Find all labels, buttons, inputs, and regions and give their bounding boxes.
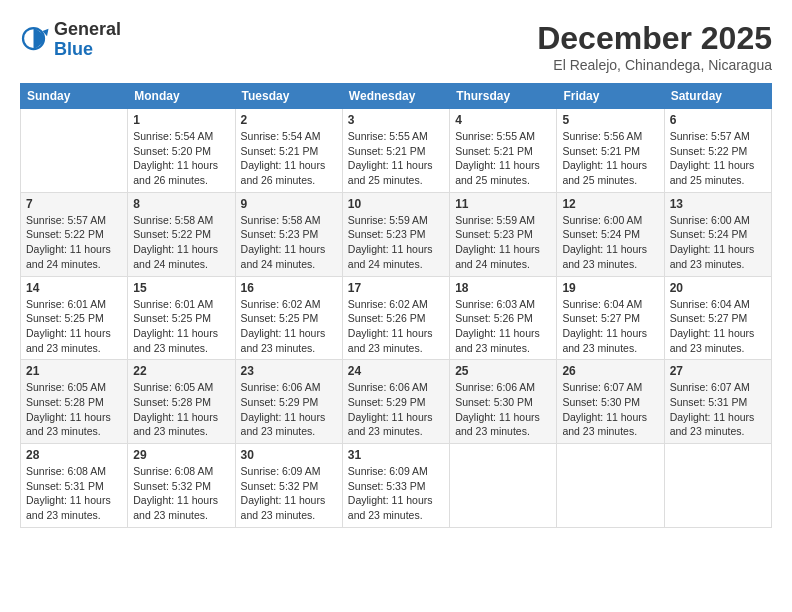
day-number: 16: [241, 281, 337, 295]
day-info: Sunrise: 5:59 AM Sunset: 5:23 PM Dayligh…: [455, 213, 551, 272]
calendar-cell: 8Sunrise: 5:58 AM Sunset: 5:22 PM Daylig…: [128, 192, 235, 276]
title-block: December 2025 El Realejo, Chinandega, Ni…: [537, 20, 772, 73]
day-number: 20: [670, 281, 766, 295]
calendar-cell: 24Sunrise: 6:06 AM Sunset: 5:29 PM Dayli…: [342, 360, 449, 444]
day-number: 11: [455, 197, 551, 211]
day-number: 2: [241, 113, 337, 127]
calendar-cell: 16Sunrise: 6:02 AM Sunset: 5:25 PM Dayli…: [235, 276, 342, 360]
calendar-cell: 7Sunrise: 5:57 AM Sunset: 5:22 PM Daylig…: [21, 192, 128, 276]
day-info: Sunrise: 6:00 AM Sunset: 5:24 PM Dayligh…: [670, 213, 766, 272]
day-info: Sunrise: 5:57 AM Sunset: 5:22 PM Dayligh…: [670, 129, 766, 188]
day-info: Sunrise: 5:55 AM Sunset: 5:21 PM Dayligh…: [348, 129, 444, 188]
day-info: Sunrise: 5:58 AM Sunset: 5:22 PM Dayligh…: [133, 213, 229, 272]
weekday-row: SundayMondayTuesdayWednesdayThursdayFrid…: [21, 84, 772, 109]
weekday-header-saturday: Saturday: [664, 84, 771, 109]
day-number: 5: [562, 113, 658, 127]
day-number: 13: [670, 197, 766, 211]
day-number: 3: [348, 113, 444, 127]
day-info: Sunrise: 5:57 AM Sunset: 5:22 PM Dayligh…: [26, 213, 122, 272]
weekday-header-tuesday: Tuesday: [235, 84, 342, 109]
day-number: 24: [348, 364, 444, 378]
weekday-header-thursday: Thursday: [450, 84, 557, 109]
calendar-cell: 1Sunrise: 5:54 AM Sunset: 5:20 PM Daylig…: [128, 109, 235, 193]
weekday-header-sunday: Sunday: [21, 84, 128, 109]
calendar-cell: 19Sunrise: 6:04 AM Sunset: 5:27 PM Dayli…: [557, 276, 664, 360]
day-info: Sunrise: 6:05 AM Sunset: 5:28 PM Dayligh…: [133, 380, 229, 439]
weekday-header-wednesday: Wednesday: [342, 84, 449, 109]
calendar-cell: 4Sunrise: 5:55 AM Sunset: 5:21 PM Daylig…: [450, 109, 557, 193]
calendar-cell: 21Sunrise: 6:05 AM Sunset: 5:28 PM Dayli…: [21, 360, 128, 444]
day-number: 10: [348, 197, 444, 211]
day-number: 19: [562, 281, 658, 295]
calendar-cell: 18Sunrise: 6:03 AM Sunset: 5:26 PM Dayli…: [450, 276, 557, 360]
day-info: Sunrise: 6:01 AM Sunset: 5:25 PM Dayligh…: [26, 297, 122, 356]
calendar-cell: 25Sunrise: 6:06 AM Sunset: 5:30 PM Dayli…: [450, 360, 557, 444]
calendar-cell: 17Sunrise: 6:02 AM Sunset: 5:26 PM Dayli…: [342, 276, 449, 360]
calendar-week-5: 28Sunrise: 6:08 AM Sunset: 5:31 PM Dayli…: [21, 444, 772, 528]
calendar-cell: 6Sunrise: 5:57 AM Sunset: 5:22 PM Daylig…: [664, 109, 771, 193]
month-title: December 2025: [537, 20, 772, 57]
calendar-cell: 31Sunrise: 6:09 AM Sunset: 5:33 PM Dayli…: [342, 444, 449, 528]
day-number: 12: [562, 197, 658, 211]
day-number: 8: [133, 197, 229, 211]
calendar-cell: [664, 444, 771, 528]
day-info: Sunrise: 6:06 AM Sunset: 5:29 PM Dayligh…: [241, 380, 337, 439]
day-number: 6: [670, 113, 766, 127]
day-number: 29: [133, 448, 229, 462]
day-number: 14: [26, 281, 122, 295]
calendar-week-3: 14Sunrise: 6:01 AM Sunset: 5:25 PM Dayli…: [21, 276, 772, 360]
day-number: 25: [455, 364, 551, 378]
calendar-week-1: 1Sunrise: 5:54 AM Sunset: 5:20 PM Daylig…: [21, 109, 772, 193]
day-number: 1: [133, 113, 229, 127]
calendar-cell: 27Sunrise: 6:07 AM Sunset: 5:31 PM Dayli…: [664, 360, 771, 444]
calendar-cell: 22Sunrise: 6:05 AM Sunset: 5:28 PM Dayli…: [128, 360, 235, 444]
calendar-cell: 12Sunrise: 6:00 AM Sunset: 5:24 PM Dayli…: [557, 192, 664, 276]
day-number: 23: [241, 364, 337, 378]
day-info: Sunrise: 6:09 AM Sunset: 5:32 PM Dayligh…: [241, 464, 337, 523]
day-number: 31: [348, 448, 444, 462]
page-header: General Blue December 2025 El Realejo, C…: [20, 20, 772, 73]
day-info: Sunrise: 5:54 AM Sunset: 5:21 PM Dayligh…: [241, 129, 337, 188]
day-info: Sunrise: 6:02 AM Sunset: 5:26 PM Dayligh…: [348, 297, 444, 356]
logo-blue: Blue: [54, 40, 121, 60]
day-info: Sunrise: 6:05 AM Sunset: 5:28 PM Dayligh…: [26, 380, 122, 439]
calendar-cell: 3Sunrise: 5:55 AM Sunset: 5:21 PM Daylig…: [342, 109, 449, 193]
location: El Realejo, Chinandega, Nicaragua: [537, 57, 772, 73]
logo-text: General Blue: [54, 20, 121, 60]
calendar-table: SundayMondayTuesdayWednesdayThursdayFrid…: [20, 83, 772, 528]
calendar-cell: 2Sunrise: 5:54 AM Sunset: 5:21 PM Daylig…: [235, 109, 342, 193]
calendar-header: SundayMondayTuesdayWednesdayThursdayFrid…: [21, 84, 772, 109]
day-info: Sunrise: 6:08 AM Sunset: 5:32 PM Dayligh…: [133, 464, 229, 523]
calendar-cell: 15Sunrise: 6:01 AM Sunset: 5:25 PM Dayli…: [128, 276, 235, 360]
day-info: Sunrise: 5:59 AM Sunset: 5:23 PM Dayligh…: [348, 213, 444, 272]
calendar-cell: [21, 109, 128, 193]
day-number: 17: [348, 281, 444, 295]
day-number: 26: [562, 364, 658, 378]
day-number: 9: [241, 197, 337, 211]
day-info: Sunrise: 6:06 AM Sunset: 5:30 PM Dayligh…: [455, 380, 551, 439]
day-number: 28: [26, 448, 122, 462]
day-info: Sunrise: 5:58 AM Sunset: 5:23 PM Dayligh…: [241, 213, 337, 272]
day-info: Sunrise: 5:54 AM Sunset: 5:20 PM Dayligh…: [133, 129, 229, 188]
calendar-cell: 9Sunrise: 5:58 AM Sunset: 5:23 PM Daylig…: [235, 192, 342, 276]
calendar-cell: 5Sunrise: 5:56 AM Sunset: 5:21 PM Daylig…: [557, 109, 664, 193]
calendar-cell: 14Sunrise: 6:01 AM Sunset: 5:25 PM Dayli…: [21, 276, 128, 360]
day-info: Sunrise: 6:03 AM Sunset: 5:26 PM Dayligh…: [455, 297, 551, 356]
calendar-cell: 20Sunrise: 6:04 AM Sunset: 5:27 PM Dayli…: [664, 276, 771, 360]
weekday-header-friday: Friday: [557, 84, 664, 109]
day-info: Sunrise: 6:08 AM Sunset: 5:31 PM Dayligh…: [26, 464, 122, 523]
calendar-cell: 23Sunrise: 6:06 AM Sunset: 5:29 PM Dayli…: [235, 360, 342, 444]
calendar-week-4: 21Sunrise: 6:05 AM Sunset: 5:28 PM Dayli…: [21, 360, 772, 444]
calendar-cell: 26Sunrise: 6:07 AM Sunset: 5:30 PM Dayli…: [557, 360, 664, 444]
calendar-cell: [557, 444, 664, 528]
day-info: Sunrise: 6:06 AM Sunset: 5:29 PM Dayligh…: [348, 380, 444, 439]
calendar-cell: 10Sunrise: 5:59 AM Sunset: 5:23 PM Dayli…: [342, 192, 449, 276]
calendar-cell: 28Sunrise: 6:08 AM Sunset: 5:31 PM Dayli…: [21, 444, 128, 528]
day-info: Sunrise: 6:02 AM Sunset: 5:25 PM Dayligh…: [241, 297, 337, 356]
calendar-cell: 13Sunrise: 6:00 AM Sunset: 5:24 PM Dayli…: [664, 192, 771, 276]
day-number: 7: [26, 197, 122, 211]
logo-general: General: [54, 20, 121, 40]
day-number: 21: [26, 364, 122, 378]
calendar-week-2: 7Sunrise: 5:57 AM Sunset: 5:22 PM Daylig…: [21, 192, 772, 276]
day-info: Sunrise: 6:04 AM Sunset: 5:27 PM Dayligh…: [562, 297, 658, 356]
